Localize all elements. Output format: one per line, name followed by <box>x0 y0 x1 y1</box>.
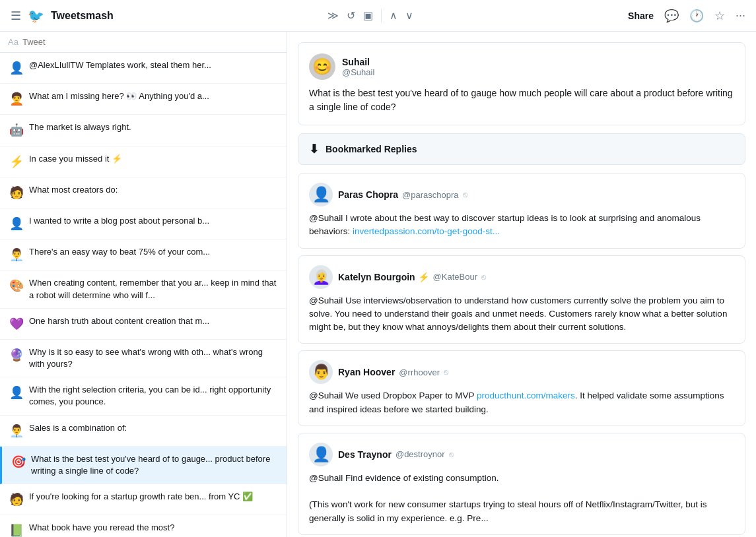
tweet-list-item[interactable]: 🧑 What most creators do: <box>0 177 287 208</box>
main-tweet-card: 😊 Suhail @Suhail What is the best test y… <box>298 42 745 125</box>
reply-author-name: Paras Chopra <box>338 189 398 200</box>
layout-icon[interactable]: ▣ <box>361 7 376 24</box>
up-arrow-icon[interactable]: ∧ <box>387 7 400 24</box>
main-tweet-user-info: Suhail @Suhail <box>342 57 374 77</box>
tweet-list-item[interactable]: 🎨 When creating content, remember that y… <box>0 270 287 308</box>
tweet-item-avatar: 🎯 <box>11 454 26 470</box>
reply-user-info: Ryan Hoover @rrhoover ⎋ <box>338 367 448 377</box>
tweet-item-avatar: 👤 <box>9 385 24 401</box>
tweet-list-item[interactable]: 🔮 Why is it so easy to see what's wrong … <box>0 340 287 377</box>
reply-author-handle: @paraschopra <box>402 190 458 200</box>
topbar-right: Share 💬 🕐 ☆ ··· <box>628 9 745 23</box>
tweet-item-text: With the right selection criteria, you c… <box>29 384 277 408</box>
share-button[interactable]: Share <box>628 11 654 21</box>
search-aa-label: Aa <box>8 37 18 47</box>
main-tweet-header: 😊 Suhail @Suhail <box>309 53 734 80</box>
tweet-item-avatar: 🧑‍🦱 <box>9 91 24 108</box>
tweet-item-avatar: 🤖 <box>9 122 24 139</box>
nav-divider <box>381 9 382 22</box>
reply-author-name: Des Traynor <box>338 449 392 460</box>
tweet-list-item[interactable]: 👤 With the right selection criteria, you… <box>0 377 287 415</box>
main-tweet-author-handle: @Suhail <box>342 67 374 77</box>
tweet-list-item[interactable]: 🎯 What is the best test you've heard of … <box>0 447 287 484</box>
tweet-item-text: What book have you reread the most? <box>29 522 174 534</box>
reply-link[interactable]: invertedpassion.com/to-get-good-st... <box>353 226 500 236</box>
reply-link[interactable]: producthunt.com/makers <box>477 391 575 400</box>
app-logo-icon: 🐦 <box>28 8 44 24</box>
reply-avatar: 👨 <box>309 360 333 384</box>
tweet-list-item[interactable]: 📗 What book have you reread the most? <box>0 515 287 537</box>
down-arrow-icon[interactable]: ∨ <box>403 7 416 24</box>
right-panel: 😊 Suhail @Suhail What is the best test y… <box>287 32 756 537</box>
reply-author-handle: @KateBour <box>433 272 477 282</box>
tweet-item-text: When creating content, remember that you… <box>29 277 277 301</box>
external-link-icon[interactable]: ⎋ <box>449 450 454 459</box>
reply-header: 👤 Des Traynor @destroynor ⎋ <box>309 443 734 466</box>
tweet-item-avatar: 🧑 <box>9 185 24 201</box>
reply-list: 👤 Paras Chopra @paraschopra ⎋ @Suhail I … <box>298 173 745 535</box>
chat-icon[interactable]: 💬 <box>664 9 679 23</box>
tweet-item-avatar: 👨‍💼 <box>9 423 24 439</box>
forward-icon[interactable]: ≫ <box>325 7 341 24</box>
main-tweet-avatar: 😊 <box>309 53 335 80</box>
tweet-list-item[interactable]: 💜 One harsh truth about content creation… <box>0 309 287 340</box>
main-tweet-author-name: Suhail <box>342 57 374 67</box>
reply-author-handle: @destroynor <box>395 449 445 459</box>
tweet-item-avatar: 💜 <box>9 316 24 332</box>
tweet-item-avatar: 🧑 <box>9 491 24 508</box>
tweet-item-text: Why is it so easy to see what's wrong wi… <box>29 346 277 370</box>
topbar: ☰ 🐦 Tweetsmash ≫ ↺ ▣ ∧ ∨ Share 💬 🕐 ☆ ··· <box>0 0 756 32</box>
tweet-item-text: There's an easy way to beat 75% of your … <box>29 246 210 258</box>
reply-user-info: Katelyn Bourgoin ⚡ @KateBour ⎋ <box>338 272 486 282</box>
reply-author-name: Ryan Hoover <box>338 367 395 377</box>
reply-body: @Suhail I wrote about the best way to di… <box>309 212 734 239</box>
reply-body: @Suhail Use interviews/observation to un… <box>309 294 734 334</box>
tweet-list-item[interactable]: 👨‍💼 There's an easy way to beat 75% of y… <box>0 239 287 270</box>
clock-icon[interactable]: 🕐 <box>689 9 704 23</box>
reply-card: 👤 Des Traynor @destroynor ⎋ @Suhail Find… <box>298 433 745 535</box>
main-tweet-body: What is the best test you've heard of to… <box>309 86 734 114</box>
reply-header: 👤 Paras Chopra @paraschopra ⎋ <box>309 183 734 206</box>
tweet-item-text: Sales is a combination of: <box>29 422 127 434</box>
tweet-list-item[interactable]: 🤖 The market is always right. <box>0 115 287 146</box>
tweet-item-text: @AlexLIullTW Templates work, steal them … <box>29 59 211 71</box>
more-options-icon[interactable]: ··· <box>736 9 745 22</box>
sidebar-search-bar: Aa <box>0 32 287 53</box>
tweet-item-avatar: 👤 <box>9 60 24 77</box>
tweet-list-item[interactable]: 👤 @AlexLIullTW Templates work, steal the… <box>0 53 287 84</box>
reply-card: 👤 Paras Chopra @paraschopra ⎋ @Suhail I … <box>298 173 745 249</box>
star-icon[interactable]: ☆ <box>714 9 725 23</box>
tweet-item-avatar: 📗 <box>9 522 24 537</box>
reply-card: 👨 Ryan Hoover @rrhoover ⎋ @Suhail We use… <box>298 350 745 426</box>
tweet-item-text: If you're looking for a startup growth r… <box>29 491 253 503</box>
external-link-icon[interactable]: ⎋ <box>481 272 486 282</box>
reply-body: @Suhail We used Dropbox Paper to MVP pro… <box>309 389 734 416</box>
retweet-icon[interactable]: ↺ <box>344 7 358 24</box>
hamburger-menu[interactable]: ☰ <box>11 9 21 23</box>
tweet-item-text: One harsh truth about content creation t… <box>29 315 209 327</box>
reply-avatar: 👩‍🦳 <box>309 265 333 289</box>
app-title: Tweetsmash <box>51 10 114 22</box>
tweet-item-avatar: 🎨 <box>9 278 24 294</box>
tweet-list-item[interactable]: 👤 I wanted to write a blog post about pe… <box>0 208 287 239</box>
search-input[interactable] <box>22 37 279 47</box>
tweet-list: 👤 @AlexLIullTW Templates work, steal the… <box>0 53 287 537</box>
tweet-list-item[interactable]: 👨‍💼 Sales is a combination of: <box>0 416 287 447</box>
reply-header: 👩‍🦳 Katelyn Bourgoin ⚡ @KateBour ⎋ <box>309 265 734 289</box>
reply-avatar: 👤 <box>309 443 333 466</box>
tweet-list-item[interactable]: 🧑 If you're looking for a startup growth… <box>0 484 287 515</box>
tweet-item-text: The market is always right. <box>29 121 131 133</box>
tweet-list-item[interactable]: 🧑‍🦱 What am I missing here? 👀 Anything y… <box>0 84 287 115</box>
reply-author-handle: @rrhoover <box>399 367 440 377</box>
tweet-item-avatar: ⚡ <box>9 154 24 170</box>
tweet-item-text: What is the best test you've heard of to… <box>31 453 277 477</box>
tweet-item-text: In case you missed it ⚡ <box>29 153 122 165</box>
reply-user-info: Des Traynor @destroynor ⎋ <box>338 449 454 460</box>
tweet-list-item[interactable]: ⚡ In case you missed it ⚡ <box>0 146 287 177</box>
bookmarked-label: Bookmarked Replies <box>326 144 417 154</box>
external-link-icon[interactable]: ⎋ <box>463 190 467 199</box>
external-link-icon[interactable]: ⎋ <box>444 367 448 377</box>
tweet-item-text: What most creators do: <box>29 184 118 196</box>
bookmarked-replies-header: ⬇ Bookmarked Replies <box>298 133 745 165</box>
top-nav-icons: ≫ ↺ ▣ ∧ ∨ <box>325 7 416 24</box>
